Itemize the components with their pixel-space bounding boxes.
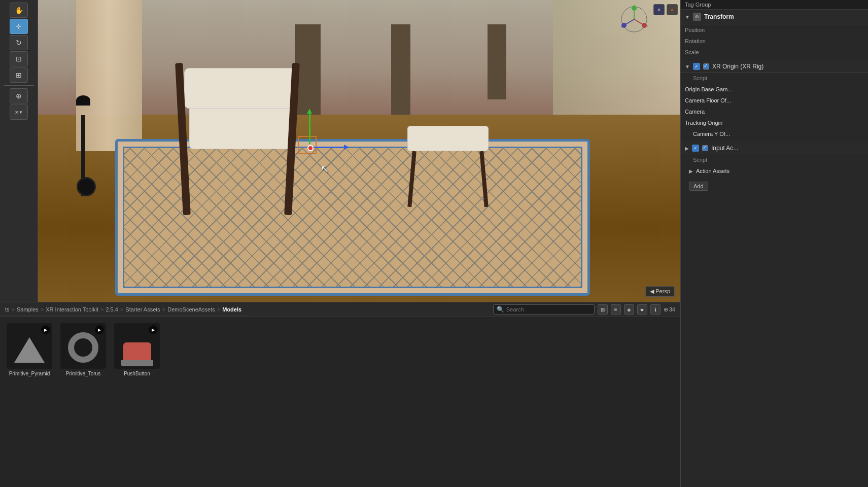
dropdown-icon: ▼ [19, 110, 23, 115]
main-viewport[interactable]: ↖ Y X Z ■ ● ◀ Persp [38, 0, 680, 302]
gizmo-svg: Y X Z [619, 4, 649, 34]
action-assets-expand[interactable] [689, 168, 693, 174]
persp-label: ◀ Persp [650, 288, 670, 294]
transform-expand-arrow[interactable] [685, 14, 690, 20]
stool-leg1 [408, 151, 417, 207]
bottom-header: ts > Samples > XR Interaction Toolkit > … [0, 302, 680, 317]
breadcrumb-models[interactable]: Models [222, 306, 241, 312]
add-component-button[interactable]: Add [689, 182, 708, 191]
info-button[interactable]: ℹ [650, 304, 661, 315]
tracking-origin-row: Tracking Origin [681, 117, 868, 128]
chair-seat-cushion [189, 103, 291, 149]
scene-controls: ■ ● [653, 4, 678, 15]
breadcrumb-sep-2: > [41, 306, 44, 312]
camera-y-label: Camera Y Of... [685, 131, 730, 137]
lamp-base [77, 177, 96, 196]
viewport-gizmo: Y X Z [619, 4, 649, 34]
move-icon: ✛ [16, 22, 22, 30]
extra-tool-button[interactable]: ✕ ▼ [10, 105, 28, 120]
action-assets-row: Action Assets [681, 165, 868, 177]
xr-origin-header: ✓ XR Origin (XR Rig) [681, 61, 868, 73]
xr-script-row: Script [681, 73, 868, 84]
move-tool-button[interactable]: ✛ [10, 19, 28, 34]
right-panel: Tag Group ⊕ Transform Position Rotation … [680, 0, 868, 487]
origin-base-row: Origin Base Gam... [681, 84, 868, 95]
camera-floor-row: Camera Floor Of... [681, 95, 868, 106]
torus-shape [68, 332, 98, 363]
rect-tool-button[interactable]: ⊞ [10, 67, 28, 83]
asset-thumb-pyramid: ▶ [7, 323, 52, 369]
breadcrumb-version[interactable]: 2.5.4 [106, 306, 118, 312]
camera-y-row: Camera Y Of... [681, 128, 868, 140]
globe-icon: ⊕ [16, 92, 22, 100]
bottom-panel: ts > Samples > XR Interaction Toolkit > … [0, 302, 680, 487]
rotate-tool-button[interactable]: ↻ [10, 35, 28, 50]
tag-group-bar: Tag Group [681, 0, 868, 10]
xr-origin-title: XR Origin (XR Rig) [712, 63, 763, 70]
input-ac-checkbox[interactable] [702, 145, 708, 151]
camera-label: Camera [685, 109, 705, 115]
scale-icon: ⊡ [16, 55, 22, 63]
globe-tool-button[interactable]: ⊕ [10, 88, 28, 103]
breadcrumb-sep-3: > [100, 306, 103, 312]
search-input[interactable] [506, 306, 591, 312]
play-btn-pushbutton[interactable]: ▶ [149, 325, 158, 334]
search-icon: 🔍 [497, 306, 504, 313]
breadcrumb-samples[interactable]: Samples [17, 306, 39, 312]
svg-text:Z: Z [621, 24, 623, 28]
svg-text:Y: Y [633, 4, 636, 8]
breadcrumb-sep-5: > [162, 306, 165, 312]
beam-right2 [488, 24, 507, 100]
play-btn-torus[interactable]: ▶ [95, 325, 104, 334]
scale-tool-button[interactable]: ⊡ [10, 51, 28, 66]
persp-button[interactable]: ◀ Persp [645, 286, 675, 297]
search-bar[interactable]: 🔍 [493, 304, 595, 315]
breadcrumb-sep-1: > [12, 306, 15, 312]
scene-ctrl-1[interactable]: ■ [653, 4, 665, 15]
grid-view-button[interactable]: ⊞ [598, 304, 608, 315]
star-button[interactable]: ★ [637, 304, 647, 315]
list-view-button[interactable]: ≡ [611, 304, 621, 315]
zoom-controls: ⊕ 34 [664, 306, 675, 313]
asset-label-pyramid: Primitive_Pyramid [9, 371, 50, 376]
lamp-head [76, 95, 90, 106]
xr-script-label: Script [685, 74, 715, 82]
zoom-icon: ⊕ [664, 306, 668, 313]
rotate-icon: ↻ [16, 39, 22, 47]
scene-ctrl-2[interactable]: ● [667, 4, 678, 15]
transform-title: Transform [704, 13, 734, 20]
list-item[interactable]: ▶ PushButton [112, 321, 162, 378]
tag-group-label: Tag Group [685, 2, 711, 8]
input-ac-title: Input Ac... [711, 145, 738, 152]
position-row: Position [681, 24, 868, 36]
gizmo-x-axis [314, 147, 344, 148]
window-right [553, 0, 680, 115]
transform-icon: ⊕ [693, 13, 701, 21]
hand-tool-button[interactable]: ✋ [10, 3, 28, 18]
breadcrumb-xr[interactable]: XR Interaction Toolkit [46, 306, 98, 312]
gizmo-y-axis [309, 114, 310, 144]
breadcrumb-ts[interactable]: ts [5, 306, 10, 312]
beam-right [391, 24, 410, 115]
xr-origin-expand[interactable] [685, 64, 690, 69]
curtain-left [76, 0, 142, 151]
list-item[interactable]: ▶ Primitive_Torus [58, 321, 109, 378]
scene-background: ↖ [38, 0, 680, 302]
selection-box [298, 136, 317, 154]
breadcrumb-starter[interactable]: Starter Assets [125, 306, 160, 312]
stool-seat [407, 126, 489, 151]
chair-back-cushion [184, 68, 296, 109]
breadcrumb-demo[interactable]: DemoSceneAssets [167, 306, 215, 312]
asset-thumb-pushbutton: ▶ [114, 323, 160, 369]
input-script-row: Script [681, 154, 868, 165]
filter-button[interactable]: ◈ [624, 304, 634, 315]
play-btn-pyramid[interactable]: ▶ [41, 325, 50, 334]
xr-origin-checkbox[interactable] [703, 63, 709, 69]
input-ac-expand[interactable] [685, 146, 689, 151]
cursor: ↖ [321, 163, 329, 175]
transform-gizmo-container [307, 145, 314, 151]
stool-right [397, 126, 499, 217]
svg-text:X: X [645, 24, 648, 28]
list-item[interactable]: ▶ Primitive_Pyramid [4, 321, 55, 378]
breadcrumb: ts > Samples > XR Interaction Toolkit > … [0, 303, 247, 316]
